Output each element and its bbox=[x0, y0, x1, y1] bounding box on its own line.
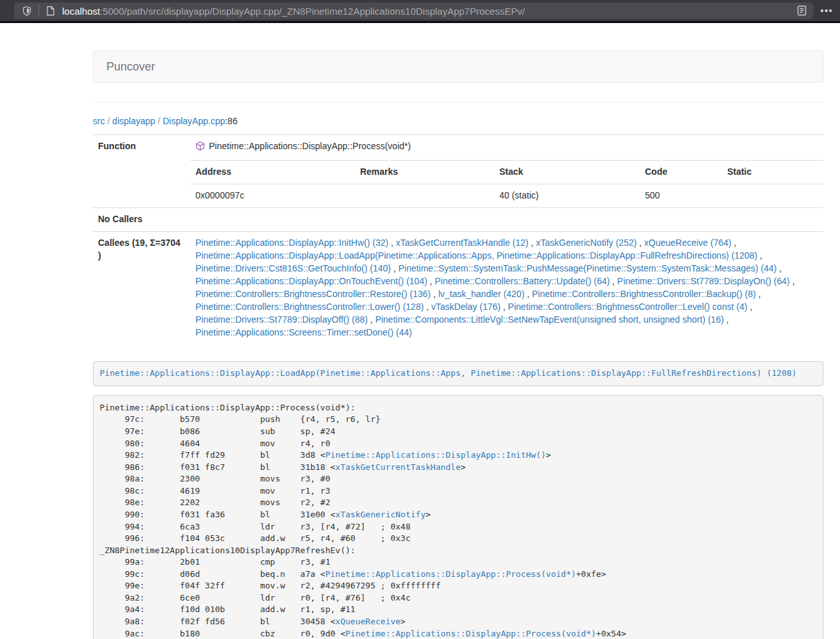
breadcrumb: src / displayapp / DisplayApp.cpp:86 bbox=[93, 116, 823, 126]
disassembly-text: 97e: b086 sub sp, #24 bbox=[100, 426, 336, 436]
browser-toolbar: localhost:5000/path/src/displayapp/Displ… bbox=[0, 0, 840, 21]
address-value: 0x0000097c bbox=[190, 184, 355, 207]
breadcrumb-line-number: :86 bbox=[225, 116, 237, 126]
breadcrumb-separator: / bbox=[155, 116, 163, 126]
callee-separator: , bbox=[731, 238, 736, 248]
highlighted-symbol-box: Pinetime::Applications::DisplayApp::Load… bbox=[93, 361, 823, 387]
callee-link[interactable]: Pinetime::Controllers::Battery::Update()… bbox=[435, 276, 610, 286]
callee-separator: , bbox=[424, 302, 431, 312]
toolbar-bottom-strip bbox=[0, 21, 840, 23]
url-path: :5000/path/src/displayapp/DisplayApp.cpp… bbox=[100, 6, 525, 17]
breadcrumb-links: src / displayapp / DisplayApp.cpp bbox=[93, 116, 225, 126]
callee-link[interactable]: Pinetime::Controllers::BrightnessControl… bbox=[532, 289, 755, 299]
callee-link[interactable]: xQueueReceive (764) bbox=[644, 238, 731, 248]
callee-link[interactable]: Pinetime::Controllers::BrightnessControl… bbox=[195, 302, 424, 312]
callee-separator: , bbox=[427, 276, 435, 286]
function-row-label: Function bbox=[93, 135, 190, 208]
divider bbox=[812, 5, 813, 17]
callee-separator: , bbox=[529, 238, 536, 248]
app-brand-link[interactable]: Puncover bbox=[94, 51, 168, 82]
callee-separator: , bbox=[388, 238, 396, 248]
column-header-remarks: Remarks bbox=[355, 161, 494, 184]
callee-separator: , bbox=[500, 302, 508, 312]
callee-link[interactable]: Pinetime::Drivers::St7789::DisplayOn() (… bbox=[617, 276, 789, 286]
callee-link[interactable]: Pinetime::Controllers::BrightnessControl… bbox=[508, 302, 747, 312]
url-bar[interactable]: localhost:5000/path/src/displayapp/Displ… bbox=[14, 3, 812, 19]
disassembly-symbol-link[interactable]: Pinetime::Applications::DisplayApp::Proc… bbox=[325, 569, 576, 579]
table-row: 0x0000097c 40 (static) 500 bbox=[190, 184, 823, 207]
package-icon bbox=[195, 141, 205, 155]
divider bbox=[38, 5, 39, 17]
callee-link[interactable]: xTaskGetCurrentTaskHandle (12) bbox=[396, 238, 529, 248]
disassembly-text: 99c: d06d beq.n a7a < bbox=[100, 569, 325, 579]
callee-link[interactable]: Pinetime::Applications::Screens::Timer::… bbox=[195, 327, 412, 337]
disassembly-pre: Pinetime::Applications::DisplayApp::Proc… bbox=[93, 395, 823, 639]
breadcrumb-link[interactable]: displayapp bbox=[112, 116, 155, 126]
code-size-value: 500 bbox=[639, 184, 721, 207]
callee-link[interactable]: Pinetime::Drivers::Cst816S::GetTouchInfo… bbox=[195, 263, 391, 273]
disassembly-text: 9a4: f10d 010b add.w r1, sp, #11 bbox=[100, 604, 356, 614]
column-header-stack: Stack bbox=[494, 161, 639, 184]
disassembly-symbol-link[interactable]: xQueueReceive bbox=[335, 617, 400, 626]
page-container: Puncover src / displayapp / DisplayApp.c… bbox=[93, 51, 823, 639]
callee-separator: , bbox=[777, 263, 782, 273]
disassembly-text: Pinetime::Applications::DisplayApp::Proc… bbox=[100, 403, 356, 412]
disassembly-text: 99a: 2b01 cmp r3, #1 bbox=[100, 557, 331, 567]
callee-separator: , bbox=[610, 276, 618, 286]
shield-icon[interactable] bbox=[19, 3, 35, 19]
disassembly-text: 97c: b570 push {r4, r5, r6, lr} bbox=[100, 414, 381, 424]
page-icon[interactable] bbox=[43, 3, 58, 19]
disassembly-text: _ZN8Pinetime12Applications10DisplayApp7R… bbox=[100, 546, 356, 555]
disassembly-text: 994: 6ca3 ldr r3, [r4, #72] ; 0x48 bbox=[100, 522, 411, 531]
disassembly-text: 9a8: f02f fd56 bl 30458 < bbox=[100, 617, 336, 626]
callee-link[interactable]: Pinetime::System::SystemTask::PushMessag… bbox=[399, 263, 777, 273]
disassembly-symbol-link[interactable]: xTaskGenericNotify bbox=[335, 510, 425, 519]
disassembly-text: 996: f104 053c add.w r5, r4, #60 ; 0x3c bbox=[100, 533, 411, 543]
function-name-cell: Pinetime::Applications::DisplayApp::Proc… bbox=[190, 135, 823, 161]
callee-separator: , bbox=[368, 314, 375, 325]
callee-link[interactable]: lv_task_handler (420) bbox=[438, 289, 525, 299]
callee-separator: , bbox=[391, 263, 399, 273]
disassembly-text: > bbox=[461, 462, 466, 472]
static-value bbox=[722, 184, 823, 207]
function-name: Pinetime::Applications::DisplayApp::Proc… bbox=[209, 141, 411, 151]
disassembly-text: 9a2: 6ce0 ldr r0, [r4, #76] ; 0x4c bbox=[100, 593, 411, 603]
app-navbar: Puncover bbox=[93, 51, 823, 83]
callee-link[interactable]: Pinetime::Components::LittleVgl::SetNewT… bbox=[375, 314, 724, 325]
callee-separator: , bbox=[724, 314, 729, 325]
callees-list: Pinetime::Applications::DisplayApp::Init… bbox=[190, 231, 823, 344]
disassembly-symbol-link[interactable]: Pinetime::Applications::DisplayApp::Init… bbox=[325, 450, 546, 460]
url-text[interactable]: localhost:5000/path/src/displayapp/Displ… bbox=[62, 6, 525, 17]
column-header-static: Static bbox=[722, 161, 823, 184]
function-table: Function Pinetime::Applications::Display… bbox=[93, 134, 823, 344]
disassembly-symbol-link[interactable]: xTaskGetCurrentTaskHandle bbox=[335, 462, 461, 472]
callee-link[interactable]: Pinetime::Drivers::St7789::DisplayOff() … bbox=[195, 314, 368, 325]
disassembly-text: +0xfe> bbox=[576, 569, 606, 579]
callees-label: Callees (19, Σ=3704 ) bbox=[93, 231, 190, 344]
disassembly-text: 98c: 4619 mov r1, r3 bbox=[100, 486, 331, 496]
disassembly-text: 98a: 2300 movs r3, #0 bbox=[100, 474, 331, 483]
callee-link[interactable]: Pinetime::Applications::DisplayApp::Init… bbox=[195, 238, 388, 248]
column-header-address: Address bbox=[190, 161, 355, 184]
callee-separator: , bbox=[747, 302, 752, 312]
callee-separator: , bbox=[525, 289, 532, 299]
disassembly-text: 986: f031 f8c7 bl 31b18 < bbox=[100, 462, 336, 472]
disassembly-text: 980: 4604 mov r4, r0 bbox=[100, 439, 331, 448]
callee-link[interactable]: xTaskGenericNotify (252) bbox=[536, 238, 636, 248]
callee-link[interactable]: Pinetime::Controllers::BrightnessControl… bbox=[195, 289, 431, 299]
divider bbox=[93, 102, 823, 102]
no-callers-label: No Callers bbox=[93, 207, 190, 231]
remarks-value bbox=[355, 184, 494, 207]
callee-link[interactable]: Pinetime::Applications::DisplayApp::OnTo… bbox=[195, 276, 427, 286]
disassembly-symbol-link[interactable]: Pinetime::Applications::DisplayApp::Proc… bbox=[345, 629, 596, 638]
callee-separator: , bbox=[431, 289, 438, 299]
callee-link[interactable]: vTaskDelay (176) bbox=[431, 302, 500, 312]
callee-link[interactable]: Pinetime::Applications::DisplayApp::Load… bbox=[195, 250, 757, 261]
breadcrumb-link[interactable]: src bbox=[93, 116, 105, 126]
highlighted-symbol-link[interactable]: Pinetime::Applications::DisplayApp::Load… bbox=[100, 368, 797, 378]
breadcrumb-link[interactable]: DisplayApp.cpp bbox=[163, 116, 225, 126]
menu-ellipsis-icon[interactable]: ••• bbox=[817, 5, 836, 17]
disassembly-text: > bbox=[546, 450, 551, 460]
url-host: localhost bbox=[62, 6, 100, 17]
reader-mode-icon[interactable] bbox=[797, 5, 807, 19]
